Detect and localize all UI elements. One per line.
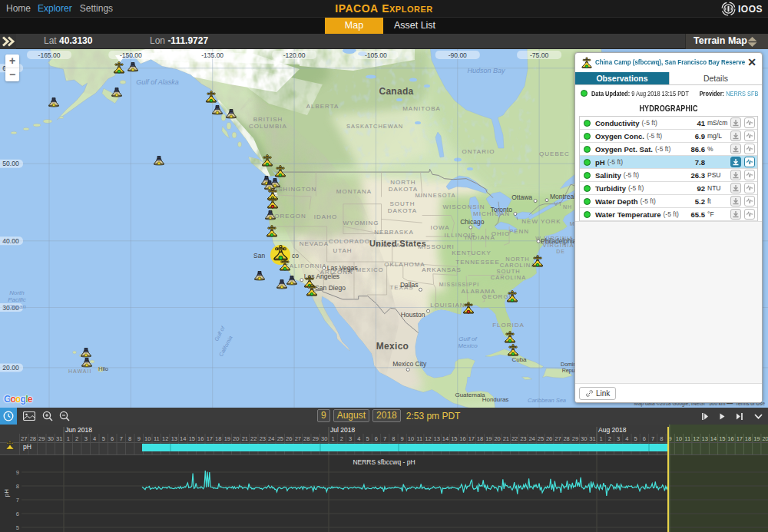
svg-text:23: 23	[520, 435, 526, 442]
svg-text:2: 2	[608, 435, 611, 442]
svg-text:NH: NH	[563, 204, 572, 210]
svg-text:-120.00: -120.00	[283, 51, 306, 59]
svg-text:6: 6	[111, 435, 114, 442]
svg-text:27: 27	[554, 435, 561, 442]
svg-text:28: 28	[30, 435, 36, 442]
svg-text:CALIFORNIA: CALIFORNIA	[284, 263, 326, 269]
svg-text:4: 4	[93, 435, 96, 442]
svg-text:-90.00: -90.00	[449, 51, 467, 59]
svg-text:Gulf of Alaska: Gulf of Alaska	[136, 78, 179, 86]
svg-text:-75.00: -75.00	[530, 51, 548, 59]
svg-text:NEW YORK: NEW YORK	[521, 218, 561, 225]
svg-text:Canada: Canada	[379, 86, 413, 97]
svg-text:WISCONSIN: WISCONSIN	[442, 203, 485, 210]
svg-text:15: 15	[189, 435, 195, 442]
svg-text:MINNESOTA: MINNESOTA	[415, 192, 455, 199]
svg-text:31: 31	[589, 435, 595, 442]
svg-text:4: 4	[357, 435, 360, 442]
svg-text:ARKANSAS: ARKANSAS	[422, 266, 462, 273]
svg-text:2: 2	[340, 435, 343, 442]
svg-text:-105.00: -105.00	[365, 51, 387, 59]
svg-text:24: 24	[528, 435, 535, 442]
svg-text:Cuba: Cuba	[511, 356, 527, 363]
svg-text:1: 1	[332, 435, 335, 442]
svg-text:6: 6	[375, 435, 378, 442]
svg-text:DAKOTA: DAKOTA	[388, 207, 417, 214]
svg-text:15: 15	[451, 435, 457, 442]
svg-text:16: 16	[459, 435, 465, 442]
svg-text:21: 21	[503, 435, 509, 442]
svg-text:25: 25	[538, 435, 544, 442]
svg-text:13: 13	[702, 435, 708, 442]
svg-text:MONTANA: MONTANA	[336, 188, 372, 195]
svg-text:Hudson Bay: Hudson Bay	[467, 67, 505, 74]
svg-text:-135.00: -135.00	[201, 51, 223, 59]
svg-text:TENNESSEE: TENNESSEE	[455, 259, 499, 266]
svg-text:7: 7	[383, 435, 386, 442]
svg-text:27: 27	[21, 435, 27, 442]
svg-text:14: 14	[710, 435, 717, 442]
svg-text:BRITISH: BRITISH	[253, 116, 283, 123]
svg-text:9: 9	[137, 435, 141, 442]
svg-text:19: 19	[753, 435, 760, 442]
svg-text:30: 30	[48, 435, 54, 442]
svg-text:Jul 2018: Jul 2018	[330, 426, 355, 434]
svg-text:8: 8	[16, 483, 19, 490]
svg-text:IDAHO: IDAHO	[314, 213, 337, 220]
svg-text:OKLAHOMA: OKLAHOMA	[384, 261, 425, 268]
svg-text:9: 9	[16, 469, 19, 476]
svg-text:24: 24	[268, 435, 274, 442]
svg-text:Caribbean Sea: Caribbean Sea	[528, 397, 566, 404]
svg-text:WYOMING: WYOMING	[343, 220, 379, 226]
svg-text:1: 1	[67, 435, 70, 442]
svg-text:DAKOTA: DAKOTA	[389, 186, 418, 193]
svg-text:-165.00: -165.00	[38, 51, 61, 59]
svg-text:28: 28	[303, 435, 310, 442]
svg-text:OREGON: OREGON	[274, 213, 306, 220]
svg-text:ALBERTA: ALBERTA	[306, 103, 339, 110]
svg-text:Guatemala: Guatemala	[455, 392, 485, 398]
svg-text:40.00: 40.00	[2, 237, 19, 245]
svg-text:2: 2	[75, 435, 78, 442]
svg-text:VT: VT	[554, 201, 563, 207]
svg-text:26: 26	[546, 435, 552, 442]
svg-text:DE: DE	[556, 249, 565, 254]
svg-text:18: 18	[477, 435, 483, 442]
svg-text:Philadelphia: Philadelphia	[541, 237, 577, 245]
svg-text:-150.00: -150.00	[120, 51, 142, 59]
svg-text:Mexico City: Mexico City	[392, 360, 427, 368]
svg-text:15: 15	[719, 435, 725, 442]
svg-text:Aug 2018: Aug 2018	[598, 426, 627, 434]
svg-text:KENTUCKY: KENTUCKY	[452, 249, 492, 256]
svg-text:COLORADO: COLORADO	[329, 238, 370, 245]
svg-text:21: 21	[242, 435, 248, 442]
svg-text:Dallas: Dallas	[400, 281, 419, 289]
svg-text:28: 28	[563, 435, 569, 442]
svg-text:ONTARIO: ONTARIO	[462, 148, 495, 155]
svg-text:3: 3	[617, 435, 620, 442]
svg-text:29: 29	[38, 435, 45, 442]
svg-text:22: 22	[511, 435, 518, 442]
svg-text:19: 19	[224, 435, 230, 442]
svg-text:20.00: 20.00	[2, 364, 19, 372]
svg-text:27: 27	[295, 435, 301, 442]
svg-text:10: 10	[144, 435, 151, 442]
svg-text:14: 14	[442, 435, 449, 442]
svg-text:MISSISSIPPI: MISSISSIPPI	[439, 282, 480, 287]
svg-text:9: 9	[401, 435, 404, 442]
svg-text:14: 14	[180, 435, 186, 442]
svg-text:Montreal: Montreal	[550, 193, 575, 200]
svg-text:Jun 2018: Jun 2018	[65, 426, 92, 434]
svg-text:20: 20	[233, 435, 239, 442]
svg-text:Mexico: Mexico	[458, 342, 478, 349]
svg-text:19: 19	[485, 435, 492, 442]
svg-text:North: North	[9, 289, 25, 296]
svg-text:8: 8	[392, 435, 395, 442]
svg-text:16: 16	[197, 435, 204, 442]
svg-text:Houston: Houston	[401, 311, 425, 319]
svg-text:Honduras: Honduras	[482, 396, 509, 403]
svg-text:Pacific: Pacific	[8, 296, 26, 303]
svg-text:11: 11	[154, 435, 160, 442]
svg-text:7: 7	[16, 497, 19, 504]
svg-text:6: 6	[643, 435, 646, 442]
